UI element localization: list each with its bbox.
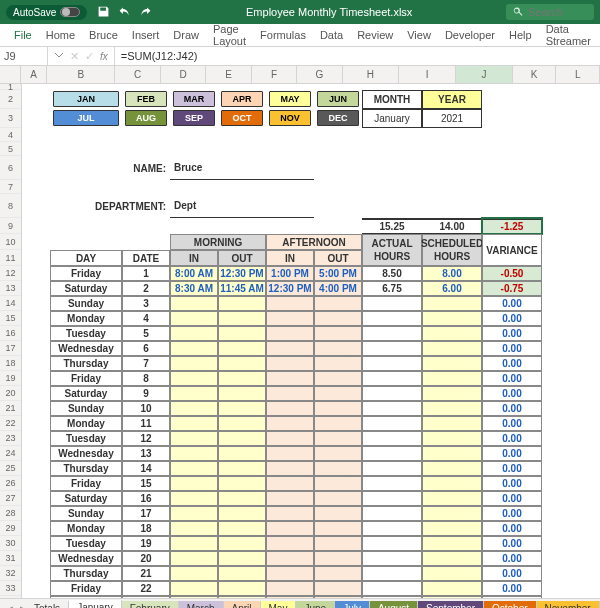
cell-aout-16[interactable]	[314, 326, 362, 341]
cell-var-32[interactable]: 0.00	[482, 566, 542, 581]
cell-mout-29[interactable]	[218, 521, 266, 536]
col-header-D[interactable]: D	[161, 66, 206, 83]
fx-icon[interactable]: fx	[100, 51, 108, 62]
cell-day-14[interactable]: Sunday	[50, 296, 122, 311]
select-all-corner[interactable]	[0, 66, 21, 83]
cell-mout-25[interactable]	[218, 461, 266, 476]
cell-min-18[interactable]	[170, 356, 218, 371]
month-btn-aug[interactable]: AUG	[125, 110, 167, 126]
cell-mout-13[interactable]: 11:45 AM	[218, 281, 266, 296]
cell-mout-33[interactable]	[218, 581, 266, 596]
row-header-31[interactable]: 31	[0, 551, 21, 566]
cell-var-14[interactable]: 0.00	[482, 296, 542, 311]
row-header-13[interactable]: 13	[0, 281, 21, 296]
cell-min-24[interactable]	[170, 446, 218, 461]
cell-date-23[interactable]: 12	[122, 431, 170, 446]
cell-act-19[interactable]	[362, 371, 422, 386]
ribbon-tab-file[interactable]: File	[14, 29, 32, 41]
cell-date-15[interactable]: 4	[122, 311, 170, 326]
sheet-tab-may[interactable]: May	[261, 601, 297, 608]
cell-act-18[interactable]	[362, 356, 422, 371]
row-header-3[interactable]: 3	[0, 109, 21, 128]
row-header-17[interactable]: 17	[0, 341, 21, 356]
cell-day-20[interactable]: Saturday	[50, 386, 122, 401]
month-btn-oct[interactable]: OCT	[221, 110, 263, 126]
cell-aout-32[interactable]	[314, 566, 362, 581]
sheet-tab-september[interactable]: September	[418, 601, 484, 608]
cell-mout-21[interactable]	[218, 401, 266, 416]
row-header-15[interactable]: 15	[0, 311, 21, 326]
cell-act-27[interactable]	[362, 491, 422, 506]
col-header-G[interactable]: G	[297, 66, 342, 83]
row-header-23[interactable]: 23	[0, 431, 21, 446]
cell-date-12[interactable]: 1	[122, 266, 170, 281]
row-header-6[interactable]: 6	[0, 156, 21, 180]
cell-aout-25[interactable]	[314, 461, 362, 476]
cell-var-17[interactable]: 0.00	[482, 341, 542, 356]
row-header-8[interactable]: 8	[0, 194, 21, 218]
col-header-I[interactable]: I	[399, 66, 456, 83]
cell-mout-19[interactable]	[218, 371, 266, 386]
cell-date-18[interactable]: 7	[122, 356, 170, 371]
cell-aout-24[interactable]	[314, 446, 362, 461]
cell-min-31[interactable]	[170, 551, 218, 566]
cell-min-20[interactable]	[170, 386, 218, 401]
cell-sch-30[interactable]	[422, 536, 482, 551]
cell-ain-33[interactable]	[266, 581, 314, 596]
cell-ain-19[interactable]	[266, 371, 314, 386]
cell-sch-32[interactable]	[422, 566, 482, 581]
ribbon-tab-developer[interactable]: Developer	[445, 29, 495, 41]
cell-aout-20[interactable]	[314, 386, 362, 401]
cell-var-26[interactable]: 0.00	[482, 476, 542, 491]
cell-var-21[interactable]: 0.00	[482, 401, 542, 416]
cell-mout-17[interactable]	[218, 341, 266, 356]
cell-aout-28[interactable]	[314, 506, 362, 521]
cell-act-23[interactable]	[362, 431, 422, 446]
cell-mout-22[interactable]	[218, 416, 266, 431]
cell-min-17[interactable]	[170, 341, 218, 356]
cell-ain-28[interactable]	[266, 506, 314, 521]
cell-min-33[interactable]	[170, 581, 218, 596]
cell-var-15[interactable]: 0.00	[482, 311, 542, 326]
cancel-icon[interactable]: ✕	[70, 50, 79, 63]
col-header-F[interactable]: F	[252, 66, 297, 83]
cell-sch-21[interactable]	[422, 401, 482, 416]
cell-var-24[interactable]: 0.00	[482, 446, 542, 461]
row-header-7[interactable]: 7	[0, 180, 21, 194]
col-header-H[interactable]: H	[343, 66, 400, 83]
cell-aout-13[interactable]: 4:00 PM	[314, 281, 362, 296]
cell-var-16[interactable]: 0.00	[482, 326, 542, 341]
cell-var-20[interactable]: 0.00	[482, 386, 542, 401]
ribbon-tab-help[interactable]: Help	[509, 29, 532, 41]
cell-mout-27[interactable]	[218, 491, 266, 506]
cell-act-13[interactable]: 6.75	[362, 281, 422, 296]
cell-ain-14[interactable]	[266, 296, 314, 311]
row-header-33[interactable]: 33	[0, 581, 21, 596]
cell-mout-15[interactable]	[218, 311, 266, 326]
row-header-22[interactable]: 22	[0, 416, 21, 431]
cell-sch-14[interactable]	[422, 296, 482, 311]
ribbon-tab-draw[interactable]: Draw	[173, 29, 199, 41]
cell-mout-26[interactable]	[218, 476, 266, 491]
col-header-L[interactable]: L	[556, 66, 600, 83]
name-box[interactable]: J9	[0, 47, 48, 65]
cell-min-13[interactable]: 8:30 AM	[170, 281, 218, 296]
cell-ain-17[interactable]	[266, 341, 314, 356]
tab-nav-arrows[interactable]: ◄ ►	[4, 603, 29, 609]
row-header-4[interactable]: 4	[0, 128, 21, 142]
ribbon-tab-page-layout[interactable]: Page Layout	[213, 23, 246, 47]
cell-aout-30[interactable]	[314, 536, 362, 551]
cell-min-21[interactable]	[170, 401, 218, 416]
cell-day-33[interactable]: Friday	[50, 581, 122, 596]
cell-day-18[interactable]: Thursday	[50, 356, 122, 371]
cell-act-26[interactable]	[362, 476, 422, 491]
cell-min-16[interactable]	[170, 326, 218, 341]
cell-aout-19[interactable]	[314, 371, 362, 386]
cell-ain-24[interactable]	[266, 446, 314, 461]
cell-min-23[interactable]	[170, 431, 218, 446]
col-header-E[interactable]: E	[206, 66, 251, 83]
cell-day-13[interactable]: Saturday	[50, 281, 122, 296]
cell-mout-12[interactable]: 12:30 PM	[218, 266, 266, 281]
cell-day-19[interactable]: Friday	[50, 371, 122, 386]
cell-act-24[interactable]	[362, 446, 422, 461]
